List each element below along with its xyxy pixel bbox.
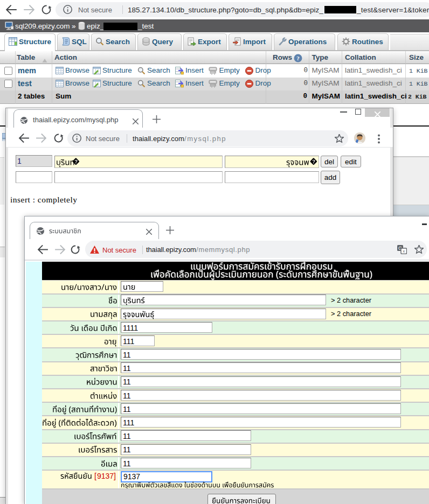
svg-text:?: ? <box>296 55 300 61</box>
svg-text:x: x <box>403 249 405 254</box>
